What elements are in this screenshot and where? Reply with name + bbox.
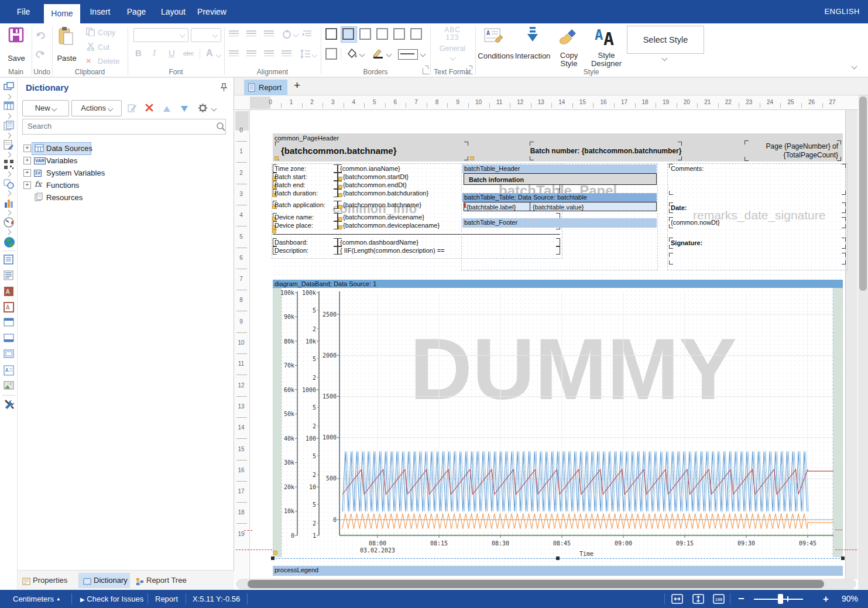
undo-icon[interactable] (35, 29, 46, 42)
infographic-icon[interactable] (4, 121, 14, 131)
batch-table-footer-band[interactable]: batchTable_Footer (462, 218, 657, 228)
zoom-percentage[interactable]: 90% (842, 590, 858, 608)
move-down-icon[interactable] (180, 104, 188, 115)
tree-item-system-variables[interactable]: + Σ# System Variables (18, 167, 234, 178)
infographic-expander-icon[interactable] (6, 133, 12, 139)
border-all-button[interactable] (325, 28, 337, 40)
signature-label-component[interactable]: Signature: (669, 238, 846, 249)
bands-expander-icon[interactable] (6, 94, 12, 100)
settings-gear-icon[interactable] (198, 103, 208, 115)
info-label[interactable]: Dashboard: (273, 238, 338, 246)
menu-tab-file[interactable]: File (7, 0, 40, 23)
zoom-out-button[interactable]: − (738, 590, 745, 608)
vertical-scrollbar-thumb[interactable] (859, 97, 867, 291)
status-report-label[interactable]: Report (155, 590, 178, 608)
menu-tab-preview[interactable]: Preview (193, 0, 231, 23)
ribbon-collapse-icon[interactable] (852, 64, 857, 70)
move-up-icon[interactable] (163, 104, 171, 115)
tree-item-data-sources[interactable]: + Data Sources (18, 142, 234, 154)
conditions-button[interactable]: Conditions (475, 51, 516, 60)
sub-report-icon[interactable] (4, 349, 14, 360)
border-style-select[interactable] (398, 49, 418, 60)
batch-table-header-band[interactable]: batchTable_Header (462, 164, 657, 173)
tree-item-functions[interactable]: + fx Functions (18, 179, 234, 191)
border-style-chevron-icon[interactable] (420, 51, 426, 57)
delete-item-icon[interactable] (145, 103, 154, 115)
menu-tab-insert[interactable]: Insert (83, 0, 117, 23)
border-color-chevron-icon[interactable] (386, 51, 392, 57)
units-selector[interactable]: Centimeters ▲ (13, 590, 61, 608)
border-right-button[interactable] (393, 28, 405, 40)
panel-tab-report-tree[interactable]: Report Tree (146, 573, 187, 588)
batch-table-label-cell[interactable]: {batchtable.label} (464, 202, 530, 211)
copy-style-button[interactable]: Copy Style (555, 51, 583, 68)
text-component-icon[interactable] (4, 255, 14, 265)
pin-icon[interactable] (220, 83, 228, 94)
info-label[interactable]: Description: (273, 246, 338, 255)
html-text-icon[interactable]: A (4, 286, 14, 297)
info-label[interactable]: Batch start: (273, 173, 338, 181)
menu-tab-page[interactable]: Page (120, 0, 153, 23)
map-icon[interactable] (4, 236, 14, 247)
settings-chevron-icon[interactable] (211, 106, 217, 112)
gauge-icon[interactable] (4, 217, 14, 228)
select-style-chevron-icon[interactable] (662, 56, 668, 61)
text-in-cells-icon[interactable]: A (4, 302, 14, 312)
border-outside-button[interactable] (342, 28, 354, 40)
date-label-component[interactable]: Date: (669, 202, 846, 213)
resize-handle[interactable] (841, 557, 845, 560)
batch-table-value-cell[interactable]: {batchtable.value} (530, 202, 657, 211)
search-input[interactable] (26, 121, 210, 131)
batch-table-data-band[interactable]: batchTable_Table; Data Source: batchtabl… (462, 193, 657, 202)
fill-color-chevron-icon[interactable] (359, 51, 365, 57)
select-style-button[interactable]: Select Style (627, 26, 704, 54)
diagram-data-band[interactable]: diagram_DataBand; Data Source: 1 (273, 280, 843, 288)
panel-tab-properties[interactable]: Properties (33, 573, 67, 588)
cross-tab-expander-icon[interactable] (6, 114, 12, 119)
check-for-issues-button[interactable]: ▶ Check for Issues (80, 590, 143, 608)
text-format-dialog-launcher-icon[interactable] (466, 68, 473, 74)
save-button[interactable]: Save (2, 54, 30, 63)
gauge-expander-icon[interactable] (6, 229, 12, 235)
chart-icon[interactable] (4, 198, 14, 208)
info-label[interactable]: Batch duration: (273, 189, 338, 197)
paste-button[interactable]: Paste (53, 54, 81, 63)
page-break-icon[interactable] (4, 334, 14, 344)
process-legend-band[interactable]: processLegend (273, 566, 843, 576)
signature-expander-icon[interactable] (6, 152, 12, 158)
barcode-expander-icon[interactable] (6, 171, 12, 177)
add-page-button[interactable]: + (294, 79, 300, 92)
zoom-slider-thumb[interactable] (778, 594, 783, 604)
image-icon[interactable] (4, 381, 14, 391)
interaction-button[interactable]: Interaction (512, 51, 553, 60)
horizontal-scrollbar-thumb[interactable] (248, 580, 824, 588)
cross-tab-icon[interactable] (4, 101, 14, 112)
fit-page-width-icon[interactable] (671, 593, 684, 605)
border-bottom-button[interactable] (410, 28, 422, 40)
date-value-component[interactable]: {common.nowDt} (669, 217, 846, 228)
panel-icon[interactable] (4, 318, 14, 328)
actions-button[interactable]: Actions (71, 100, 122, 116)
info-label[interactable]: Batch application: (273, 201, 338, 209)
expand-plus-icon[interactable]: + (23, 157, 31, 164)
font-size-select[interactable] (191, 28, 221, 42)
diagram-chart[interactable]: 100k90k80k70k60k50k40k30k20k10k0100k5210… (273, 288, 843, 557)
signature-box-component[interactable] (669, 253, 846, 265)
signature-icon[interactable] (4, 140, 14, 150)
menu-tab-layout[interactable]: Layout (156, 0, 191, 23)
batch-number-text-component[interactable]: Batch number: {batchcommon.batchnumber} (530, 142, 682, 160)
expand-plus-icon[interactable]: + (23, 169, 31, 177)
horizontal-ruler[interactable]: 0123456789101112131415161718192021222324… (250, 95, 857, 110)
border-top-button[interactable] (376, 28, 388, 40)
report-page-tab[interactable]: Report (244, 80, 287, 95)
shape-expander-icon[interactable] (6, 191, 12, 197)
resize-handle[interactable] (271, 557, 275, 560)
search-icon[interactable] (216, 122, 226, 134)
batch-information-cell[interactable]: Batch information (464, 173, 657, 185)
bands-icon[interactable] (4, 82, 14, 92)
resize-handle[interactable] (556, 557, 560, 560)
language-selector[interactable]: ENGLISH (824, 0, 860, 23)
chart-expander-icon[interactable] (6, 210, 12, 216)
info-label[interactable]: Batch end: (273, 181, 338, 189)
info-label[interactable]: Time zone: (273, 164, 338, 173)
